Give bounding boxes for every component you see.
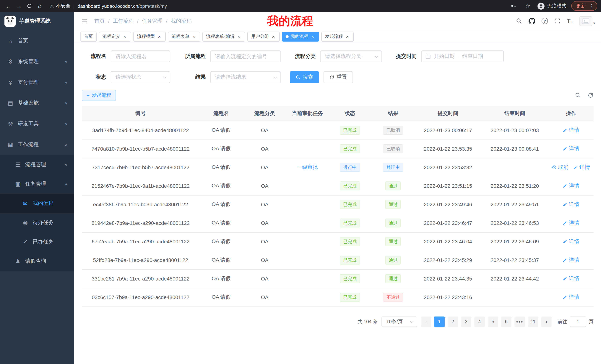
- tab-start-process[interactable]: 发起流程 ×: [321, 32, 354, 41]
- forward-icon[interactable]: [14, 1, 24, 11]
- cell-process-name: OA 请假: [200, 177, 243, 195]
- cell-end-time: 2022-01-23 00:07:03: [481, 121, 549, 140]
- tab-process-model[interactable]: 流程模型 ×: [133, 32, 166, 41]
- current-task-link[interactable]: 一级审批: [297, 164, 318, 171]
- breadcrumb-item[interactable]: 工作流程/: [113, 18, 142, 24]
- search-icon[interactable]: [516, 18, 522, 24]
- password-key-icon[interactable]: [509, 1, 518, 11]
- page-button-5[interactable]: 5: [488, 316, 498, 327]
- page-button-2[interactable]: 2: [448, 316, 458, 327]
- detail-link[interactable]: 详情: [563, 257, 579, 263]
- bookmark-star-icon[interactable]: [523, 1, 533, 11]
- breadcrumb-item[interactable]: 首页/: [94, 18, 113, 24]
- tab-home[interactable]: 首页 ×: [80, 32, 97, 41]
- address-bar[interactable]: 不安全 dashboard.yudao.iocoder.cn/bpm/task/…: [50, 1, 503, 11]
- goto-page-input[interactable]: [570, 316, 586, 327]
- cell-current-task: [286, 121, 328, 140]
- detail-link[interactable]: 详情: [563, 182, 579, 189]
- status-select[interactable]: 请选择状态: [111, 71, 170, 83]
- more-pages-button[interactable]: ●●●: [514, 316, 525, 327]
- result-select[interactable]: 请选择流结果: [210, 71, 281, 83]
- incognito-badge[interactable]: 无痕模式: [538, 2, 566, 10]
- github-icon[interactable]: [529, 18, 535, 24]
- cell-end-time: 2022-01-22 23:45:37: [481, 251, 549, 269]
- reload-icon[interactable]: [25, 1, 34, 11]
- search-button[interactable]: 搜索: [290, 71, 319, 83]
- detail-link[interactable]: 详情: [574, 164, 590, 171]
- fullscreen-icon[interactable]: [554, 18, 561, 24]
- sidebar-item-home[interactable]: ⌂ 首页: [0, 30, 74, 51]
- submit-time-range-picker[interactable]: 开始日期 - 结束日期: [421, 50, 504, 62]
- column-header: 编号: [82, 106, 200, 121]
- security-warning[interactable]: 不安全: [50, 3, 70, 9]
- tab-user-group[interactable]: 用户分组 ×: [247, 32, 280, 41]
- breadcrumb-item[interactable]: 我的流程: [171, 18, 191, 24]
- detail-link[interactable]: 详情: [563, 275, 579, 282]
- table-search-icon[interactable]: [575, 92, 581, 98]
- result-badge: 已取消: [383, 144, 403, 153]
- create-process-button[interactable]: 发起流程: [82, 90, 116, 101]
- gear-icon: ⚙: [7, 58, 14, 65]
- tab-process-form[interactable]: 流程表单 ×: [168, 32, 200, 41]
- page-button-11[interactable]: 11: [528, 316, 538, 327]
- detail-link[interactable]: 详情: [563, 127, 579, 134]
- close-icon[interactable]: ×: [157, 34, 162, 39]
- detail-link[interactable]: 详情: [563, 238, 579, 245]
- pencil-icon: [563, 277, 567, 281]
- close-icon[interactable]: ×: [271, 34, 276, 39]
- sidebar-fold-icon[interactable]: [80, 17, 89, 25]
- sidebar-item-dev-tools[interactable]: ⚒ 研发工具 ∨: [0, 114, 74, 134]
- process-name-input[interactable]: [111, 50, 170, 62]
- sidebar-item-leave-query[interactable]: ♟ 请假查询: [0, 252, 74, 271]
- app-logo[interactable]: 芋道管理系统: [0, 12, 74, 30]
- detail-link[interactable]: 详情: [563, 201, 579, 208]
- tab-my-process[interactable]: 我的流程 ×: [282, 32, 319, 41]
- user-avatar-menu[interactable]: [580, 16, 595, 26]
- close-icon[interactable]: ×: [122, 34, 127, 39]
- page-size-select[interactable]: 10条/页: [381, 316, 417, 327]
- result-badge: 处理中: [383, 163, 403, 172]
- page-button-3[interactable]: 3: [461, 316, 471, 327]
- next-page-button[interactable]: ›: [541, 316, 551, 327]
- breadcrumb-item[interactable]: 任务管理/: [142, 18, 171, 24]
- cell-process-name: OA 请假: [200, 269, 243, 288]
- chevron-down-icon: [410, 319, 414, 323]
- page-button-6[interactable]: 6: [501, 316, 511, 327]
- cell-submit-time: 2022-01-22 23:51:15: [415, 177, 481, 195]
- detail-link[interactable]: 详情: [563, 220, 579, 226]
- filter-submit-time: 提交时间 开始日期 - 结束日期: [391, 50, 504, 62]
- detail-link[interactable]: 详情: [563, 145, 579, 152]
- prev-page-button[interactable]: ‹: [421, 316, 431, 327]
- close-icon[interactable]: ×: [310, 34, 315, 39]
- page-button-4[interactable]: 4: [474, 316, 485, 327]
- home-icon[interactable]: [35, 1, 45, 11]
- sidebar-item-system-mgmt[interactable]: ⚙ 系统管理 ∨: [0, 51, 74, 72]
- sidebar-item-infrastructure[interactable]: ▤ 基础设施 ∨: [0, 93, 74, 114]
- sidebar-item-done-tasks[interactable]: ✔ 已办任务: [0, 232, 74, 252]
- browser-menu-icon[interactable]: [589, 3, 594, 9]
- table-refresh-icon[interactable]: [588, 92, 594, 98]
- status-badge: 已完成: [340, 182, 360, 190]
- browser-update-button[interactable]: 更新: [571, 1, 597, 11]
- owner-process-input[interactable]: [210, 50, 281, 62]
- tab-process-definition[interactable]: 流程定义 ×: [99, 32, 131, 41]
- sidebar-item-my-process[interactable]: ✉ 我的流程: [0, 194, 74, 213]
- sidebar-item-workflow[interactable]: ▦ 工作流程 ∧: [0, 134, 74, 155]
- font-size-icon[interactable]: [567, 18, 573, 24]
- category-select[interactable]: 请选择流程分类: [320, 50, 382, 62]
- back-icon[interactable]: [4, 1, 13, 11]
- page-button-1[interactable]: 1: [434, 316, 445, 327]
- sidebar-item-task-mgmt[interactable]: ▣ 任务管理 ∧: [0, 174, 74, 194]
- help-icon[interactable]: [541, 18, 548, 24]
- tab-process-form-edit[interactable]: 流程表单-编辑 ×: [202, 32, 245, 41]
- cell-current-task: 一级审批: [286, 158, 328, 177]
- reset-button[interactable]: 重置: [323, 71, 353, 83]
- close-icon[interactable]: ×: [236, 34, 241, 39]
- close-icon[interactable]: ×: [345, 34, 350, 39]
- cancel-link[interactable]: 取消: [552, 164, 569, 171]
- sidebar-item-todo-tasks[interactable]: ◉ 待办任务: [0, 213, 74, 232]
- detail-link[interactable]: 详情: [563, 294, 579, 301]
- sidebar-item-payment-mgmt[interactable]: ¥ 支付管理 ∨: [0, 72, 74, 93]
- sidebar-item-process-mgmt[interactable]: ☰ 流程管理 ∨: [0, 155, 74, 174]
- close-icon[interactable]: ×: [191, 34, 197, 39]
